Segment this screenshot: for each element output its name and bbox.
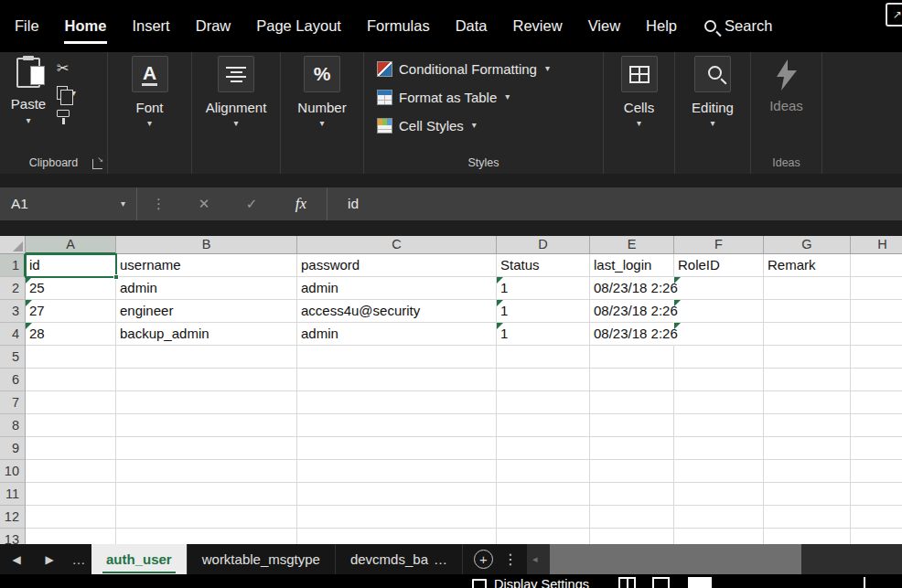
menu-tab-home[interactable]: Home <box>52 0 120 52</box>
scrollbar-thumb[interactable] <box>550 544 801 574</box>
cell-B11[interactable] <box>116 483 297 506</box>
add-sheet-button[interactable]: + <box>474 550 493 569</box>
cell-B13[interactable] <box>116 529 297 544</box>
cell-D3[interactable]: 1 <box>497 300 590 323</box>
cell-H4[interactable] <box>851 323 902 346</box>
cell-H8[interactable] <box>851 414 902 437</box>
sheet-options-icon[interactable]: ⋮ <box>501 551 527 568</box>
cell-D7[interactable] <box>497 391 590 414</box>
cell-A2[interactable]: 25 <box>26 277 116 300</box>
paste-dropdown-icon[interactable]: ▾ <box>26 116 30 125</box>
cell-A12[interactable] <box>26 506 116 529</box>
cell-E1[interactable]: last_login <box>590 254 674 277</box>
menu-tab-insert[interactable]: Insert <box>119 0 182 52</box>
cell-E12[interactable] <box>590 506 674 529</box>
cell-A3[interactable]: 27 <box>26 300 116 323</box>
cell-B10[interactable] <box>116 460 297 483</box>
conditional-formatting-button[interactable]: Conditional Formatting ▾ <box>377 58 603 80</box>
previous-sheet-button[interactable]: ◀ <box>0 553 33 566</box>
cell-H5[interactable] <box>851 346 902 369</box>
cell-E11[interactable] <box>590 483 674 506</box>
cell-B5[interactable] <box>116 346 297 369</box>
column-header-C[interactable]: C <box>297 236 497 254</box>
cell-C7[interactable] <box>297 391 497 414</box>
cell-C6[interactable] <box>297 369 497 391</box>
cell-D13[interactable] <box>497 529 590 544</box>
cut-button[interactable]: ✂ <box>57 61 69 76</box>
column-header-E[interactable]: E <box>590 236 674 254</box>
row-header-9[interactable]: 9 <box>0 437 26 460</box>
editing-button[interactable]: Editing ▾ <box>675 52 750 128</box>
cell-E13[interactable] <box>590 529 674 544</box>
menu-tab-review[interactable]: Review <box>500 0 575 52</box>
cell-D6[interactable] <box>497 369 590 391</box>
horizontal-scrollbar[interactable]: ◂ <box>527 544 902 574</box>
cell-B1[interactable]: username <box>116 254 297 277</box>
cell-C4[interactable]: admin <box>297 323 497 346</box>
sheet-tab-auth_user[interactable]: auth_user <box>91 544 188 574</box>
cell-A10[interactable] <box>26 460 116 483</box>
column-header-D[interactable]: D <box>497 236 590 254</box>
cell-E10[interactable] <box>590 460 674 483</box>
cell-G11[interactable] <box>764 483 851 506</box>
cell-E2[interactable]: 08/23/18 2:26 <box>590 277 674 300</box>
cell-D8[interactable] <box>497 414 590 437</box>
row-header-8[interactable]: 8 <box>0 414 26 437</box>
row-header-3[interactable]: 3 <box>0 300 26 323</box>
cell-D12[interactable] <box>497 506 590 529</box>
enter-button[interactable]: ✓ <box>228 196 275 212</box>
menu-tab-formulas[interactable]: Formulas <box>354 0 443 52</box>
cell-D1[interactable]: Status <box>497 254 590 277</box>
cell-C3[interactable]: access4u@security <box>297 300 497 323</box>
cell-B3[interactable]: engineer <box>116 300 297 323</box>
row-header-11[interactable]: 11 <box>0 483 26 506</box>
cell-F7[interactable] <box>674 391 764 414</box>
cell-F3[interactable] <box>674 300 764 323</box>
cell-D11[interactable] <box>497 483 590 506</box>
formula-bar-grip-icon[interactable]: ⋮ <box>137 196 180 212</box>
cell-D9[interactable] <box>497 437 590 460</box>
cell-B7[interactable] <box>116 391 297 414</box>
cell-H6[interactable] <box>851 369 902 391</box>
cell-C13[interactable] <box>297 529 497 544</box>
cell-G5[interactable] <box>764 346 851 369</box>
sheet-tab-devcmds_ba[interactable]: devcmds_ba… <box>336 544 463 574</box>
cell-E5[interactable] <box>590 346 674 369</box>
cell-C9[interactable] <box>297 437 497 460</box>
cell-A13[interactable] <box>26 529 116 544</box>
menu-tab-draw[interactable]: Draw <box>183 0 244 52</box>
cell-F12[interactable] <box>674 506 764 529</box>
cell-C5[interactable] <box>297 346 497 369</box>
menu-tab-view[interactable]: View <box>575 0 633 52</box>
insert-function-button[interactable]: fx <box>275 195 327 213</box>
row-header-2[interactable]: 2 <box>0 277 26 300</box>
cell-C1[interactable]: password <box>297 254 497 277</box>
menu-tab-data[interactable]: Data <box>443 0 500 52</box>
cell-D2[interactable]: 1 <box>497 277 590 300</box>
cell-B12[interactable] <box>116 506 297 529</box>
cell-C12[interactable] <box>297 506 497 529</box>
cell-H2[interactable] <box>851 277 902 300</box>
page-layout-view-button[interactable] <box>652 577 670 588</box>
cell-G6[interactable] <box>764 369 851 391</box>
row-header-10[interactable]: 10 <box>0 460 26 483</box>
cell-G10[interactable] <box>764 460 851 483</box>
sheet-list-ellipsis[interactable]: … <box>66 551 91 567</box>
cell-F10[interactable] <box>674 460 764 483</box>
column-header-F[interactable]: F <box>674 236 764 254</box>
cell-E3[interactable]: 08/23/18 2:26 <box>590 300 674 323</box>
cell-B2[interactable]: admin <box>116 277 297 300</box>
cancel-button[interactable]: ✕ <box>180 196 228 212</box>
cell-styles-button[interactable]: Cell Styles ▾ <box>377 114 603 136</box>
menu-tab-page-layout[interactable]: Page Layout <box>243 0 354 52</box>
cell-E9[interactable] <box>590 437 674 460</box>
display-settings-button[interactable]: Display Settings <box>472 577 589 588</box>
cell-B8[interactable] <box>116 414 297 437</box>
share-icon[interactable]: ↗ <box>886 3 902 27</box>
column-header-H[interactable]: H <box>851 236 902 254</box>
cell-G12[interactable] <box>764 506 851 529</box>
scroll-left-icon[interactable]: ◂ <box>532 544 538 574</box>
row-header-6[interactable]: 6 <box>0 369 26 391</box>
number-button[interactable]: % Number ▾ <box>281 52 363 128</box>
row-header-7[interactable]: 7 <box>0 391 26 414</box>
